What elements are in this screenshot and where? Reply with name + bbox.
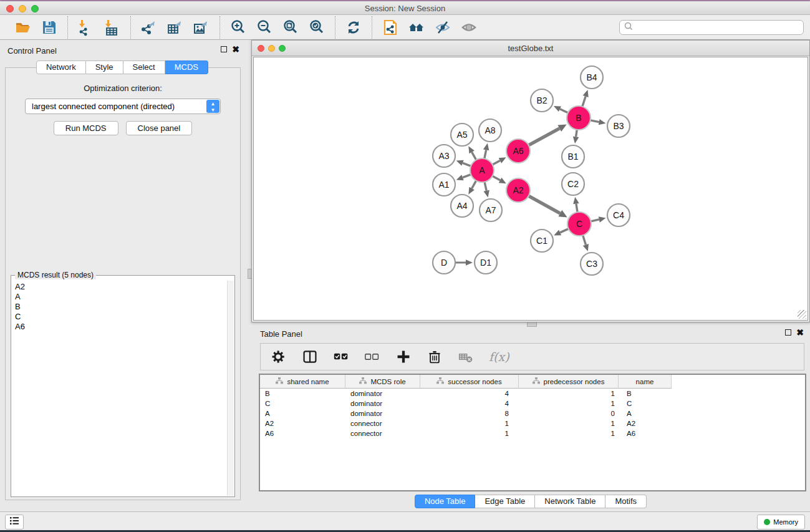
cell-predecessor-nodes[interactable]: 1 [519, 389, 619, 399]
table-row[interactable]: Cdominator41C [260, 399, 805, 409]
cell-predecessor-nodes[interactable]: 0 [519, 409, 619, 418]
cell-MCDS-role[interactable]: connector [345, 418, 420, 428]
edge-C-C4[interactable] [591, 220, 599, 221]
add-column-icon[interactable] [395, 349, 412, 365]
cell-name[interactable]: A2 [619, 418, 672, 428]
tab-network[interactable]: Network [36, 60, 86, 74]
cell-name[interactable]: A6 [619, 428, 672, 438]
edge-B-B2[interactable] [560, 109, 569, 114]
cell-successor-nodes[interactable]: 1 [420, 418, 519, 428]
column-header-MCDS-role[interactable]: MCDS role [345, 375, 420, 389]
edge-B-B4[interactable] [582, 96, 586, 107]
edge-C-C2[interactable] [576, 204, 577, 213]
graph-node-A1[interactable]: A1 [433, 173, 455, 196]
search-box[interactable] [619, 20, 804, 35]
edge-A-A7[interactable] [485, 181, 486, 191]
mcds-result-item[interactable]: B [15, 302, 227, 312]
cell-successor-nodes[interactable]: 1 [420, 428, 519, 438]
graph-node-B[interactable]: B [567, 106, 591, 130]
cell-shared-name[interactable]: A2 [260, 418, 345, 428]
cell-MCDS-role[interactable]: dominator [345, 399, 420, 409]
tab-node-table[interactable]: Node Table [415, 495, 476, 508]
column-header-successor-nodes[interactable]: successor nodes [420, 375, 519, 389]
graph-node-C[interactable]: C [567, 212, 591, 236]
graph-node-B4[interactable]: B4 [581, 66, 603, 89]
graph-node-C2[interactable]: C2 [562, 173, 584, 195]
cell-shared-name[interactable]: C [260, 399, 345, 409]
delete-column-icon[interactable] [427, 349, 443, 365]
cell-name[interactable]: B [619, 389, 672, 399]
graph-node-C1[interactable]: C1 [531, 230, 553, 252]
cell-predecessor-nodes[interactable]: 1 [519, 399, 619, 409]
close-panel-button[interactable]: Close panel [126, 121, 193, 135]
graph-node-A8[interactable]: A8 [479, 119, 501, 142]
tab-select[interactable]: Select [123, 60, 165, 74]
table-row[interactable]: A6connector11A6 [260, 428, 805, 438]
split-view-icon[interactable] [302, 349, 318, 365]
mcds-result-item[interactable]: A2 [15, 282, 227, 292]
hide-panel-icon[interactable] [433, 18, 452, 37]
close-panel-icon[interactable]: ✖ [232, 46, 239, 52]
graph-node-A7[interactable]: A7 [480, 199, 502, 221]
graph-node-D1[interactable]: D1 [475, 251, 497, 274]
edge-A-A2[interactable] [492, 176, 500, 180]
edge-A6-B[interactable] [528, 128, 559, 146]
graph-node-A6[interactable]: A6 [506, 139, 530, 163]
graph-node-D[interactable]: D [433, 251, 455, 274]
import-network-icon[interactable] [77, 18, 95, 37]
graph-node-A5[interactable]: A5 [451, 123, 473, 146]
export-network-icon[interactable] [140, 18, 158, 37]
network-canvas[interactable]: AA1A2A3A4A5A6A7A8BB1B2B3B4CC1C2C3C4DD1 [253, 57, 808, 321]
cell-predecessor-nodes[interactable]: 1 [519, 428, 619, 438]
edge-A-A4[interactable] [472, 180, 477, 188]
result-scrollbar[interactable] [227, 281, 234, 496]
export-table-icon[interactable] [166, 18, 185, 37]
mcds-result-item[interactable]: A [15, 292, 227, 302]
open-session-icon[interactable] [14, 18, 32, 37]
edge-C-C1[interactable] [560, 228, 569, 232]
table-row[interactable]: Adominator80A [260, 409, 805, 418]
graph-node-A4[interactable]: A4 [451, 195, 473, 217]
cell-successor-nodes[interactable]: 4 [420, 399, 519, 409]
show-panel-icon[interactable] [460, 18, 478, 37]
edge-A-A8[interactable] [485, 150, 486, 159]
cell-MCDS-role[interactable]: dominator [345, 389, 420, 399]
edge-A2-C[interactable] [528, 196, 561, 213]
export-image-icon[interactable] [192, 18, 211, 37]
task-history-button[interactable] [5, 515, 24, 530]
edge-A-A6[interactable] [492, 161, 500, 165]
tab-mcds[interactable]: MCDS [165, 60, 208, 74]
import-table-icon[interactable] [103, 18, 122, 37]
edge-C-C3[interactable] [582, 235, 586, 244]
graph-node-B3[interactable]: B3 [607, 115, 630, 137]
criterion-select[interactable]: largest connected component (directed) ▲… [25, 99, 221, 114]
cell-shared-name[interactable]: A6 [260, 428, 345, 438]
float-table-panel-icon[interactable] [785, 329, 791, 336]
graph-node-A[interactable]: A [470, 158, 494, 182]
resize-grip[interactable] [798, 310, 806, 319]
edge-A-A5[interactable] [472, 152, 477, 160]
zoom-out-icon[interactable] [255, 18, 274, 37]
mcds-result-list[interactable]: A2ABCA6 [12, 281, 227, 496]
tab-edge-table[interactable]: Edge Table [475, 495, 535, 508]
column-header-predecessor-nodes[interactable]: predecessor nodes [519, 375, 619, 389]
column-header-name[interactable]: name [619, 375, 672, 389]
save-session-icon[interactable] [40, 18, 59, 37]
tab-network-table[interactable]: Network Table [535, 495, 605, 508]
cell-successor-nodes[interactable]: 4 [420, 389, 519, 399]
float-panel-icon[interactable] [221, 46, 227, 52]
network-from-file-icon[interactable] [381, 18, 400, 37]
select-all-icon[interactable] [333, 349, 349, 365]
search-input[interactable] [634, 23, 803, 32]
zoom-fit-icon[interactable] [281, 18, 300, 37]
refresh-icon[interactable] [344, 18, 363, 37]
cell-shared-name[interactable]: B [260, 389, 345, 399]
mcds-result-item[interactable]: C [15, 312, 227, 322]
settings-icon[interactable] [271, 349, 287, 365]
home-icon[interactable] [407, 18, 426, 37]
graph-node-B1[interactable]: B1 [562, 145, 584, 168]
table-row[interactable]: A2connector11A2 [260, 418, 805, 428]
cell-shared-name[interactable]: A [260, 409, 345, 418]
tab-motifs[interactable]: Motifs [605, 495, 647, 508]
cell-MCDS-role[interactable]: connector [345, 428, 420, 438]
